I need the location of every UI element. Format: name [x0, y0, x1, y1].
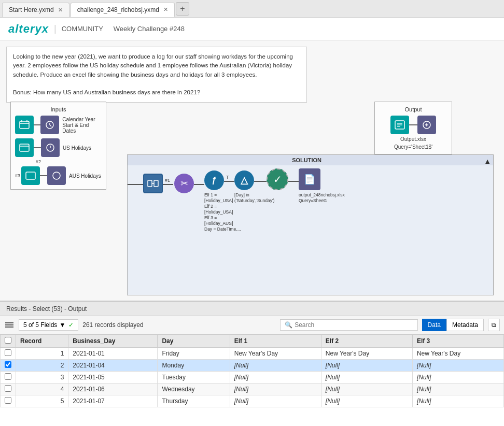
row-business-day: 2021-01-07: [68, 395, 158, 407]
line6: [288, 181, 299, 182]
line4: [224, 181, 234, 182]
col-record: Record: [16, 335, 68, 348]
inputs-label: Inputs: [15, 106, 102, 112]
row-business-day: 2021-01-01: [68, 348, 158, 360]
row-record: 2: [16, 360, 68, 372]
new-tab-button[interactable]: +: [176, 2, 189, 16]
us-browse-icon: [41, 138, 60, 157]
line5: [254, 181, 267, 182]
table-row[interactable]: 3 2021-01-05 Tuesday [Null] [Null] [Null…: [1, 372, 504, 384]
aus-holidays-icon: [21, 166, 40, 185]
row-checkbox-cell: [1, 384, 16, 395]
fields-selector[interactable]: 5 of 5 Fields ▼ ✓: [19, 319, 78, 331]
results-header: Results - Select (53) - Output: [0, 302, 504, 316]
svg-rect-20: [148, 180, 152, 187]
svg-rect-0: [20, 121, 29, 129]
output-read-icon: [390, 116, 409, 134]
hash1-label: #1: [165, 178, 170, 183]
tab-start-here[interactable]: Start Here.yxmd ✕: [2, 3, 69, 17]
view-tabs: Data Metadata: [422, 319, 484, 331]
row-elf2: [Null]: [321, 372, 412, 384]
header: alteryx | COMMUNITY Weekly Challenge #24…: [0, 18, 504, 40]
validation-node[interactable]: ✓: [267, 168, 288, 190]
output-group-label: Output: [379, 106, 447, 112]
row-checkbox[interactable]: [5, 349, 11, 356]
description-box: Looking to the new year (2021), we want …: [6, 47, 307, 103]
plus-icon: +: [180, 4, 185, 13]
row-elf1: [Null]: [230, 384, 321, 395]
fields-dropdown-icon: ▼: [59, 321, 65, 329]
close-icon[interactable]: ✕: [163, 6, 168, 13]
svg-rect-22: [154, 180, 158, 187]
us-holidays-label: US Holidays: [63, 145, 91, 151]
output-node[interactable]: 📄 output_248richobsj.xlsxQuery=Sheet1: [299, 168, 345, 204]
results-table: Record Business_Day Day Elf 1 Elf 2 Elf …: [0, 334, 504, 407]
solution-collapse-icon[interactable]: ▲: [484, 157, 491, 165]
row-record: 1: [16, 348, 68, 360]
row-elf3: [Null]: [412, 395, 503, 407]
select-all-checkbox[interactable]: [5, 337, 11, 344]
col-elf3: Elf 3: [412, 335, 503, 348]
logo: alteryx: [8, 22, 49, 36]
row-elf1: New Year's Day: [230, 348, 321, 360]
row-record: 4: [16, 384, 68, 395]
row-elf2: [Null]: [321, 384, 412, 395]
row-day: Tuesday: [158, 372, 230, 384]
svg-point-12: [53, 172, 60, 179]
row-checkbox[interactable]: [5, 385, 11, 392]
tab-metadata-button[interactable]: Metadata: [446, 319, 484, 331]
row-elf3: New Year's Day: [412, 348, 503, 360]
calendar-browse-icon: [40, 116, 59, 134]
row-day: Thursday: [158, 395, 230, 407]
tab-challenge[interactable]: challenge_248_richobsj.yxmd ✕: [71, 3, 175, 17]
search-icon: 🔍: [285, 321, 292, 329]
col-business-day: Business_Day: [68, 335, 158, 348]
row-elf1: [Null]: [230, 395, 321, 407]
svg-line-6: [50, 125, 51, 126]
results-panel: Results - Select (53) - Output 5 of 5 Fi…: [0, 302, 504, 426]
search-input[interactable]: [295, 321, 413, 329]
aus-browse-icon: [47, 166, 66, 185]
formula-node[interactable]: ✂: [174, 174, 194, 193]
join-node[interactable]: [143, 174, 163, 193]
copy-button[interactable]: ⧉: [488, 319, 500, 331]
header-checkbox: [1, 335, 16, 348]
row-checkbox[interactable]: [5, 361, 11, 368]
row-record: 5: [16, 395, 68, 407]
line1: [128, 184, 143, 185]
output-filename: Output.xlsx: [379, 136, 447, 142]
results-table-container[interactable]: Record Business_Day Day Elf 1 Elf 2 Elf …: [0, 334, 504, 417]
close-icon[interactable]: ✕: [58, 7, 63, 13]
line3: [194, 184, 204, 185]
row-day: Monday: [158, 360, 230, 372]
table-row[interactable]: 1 2021-01-01 Friday New Year's Day New Y…: [1, 348, 504, 360]
output-query: Query='Sheet1$': [379, 144, 447, 150]
row-day: Friday: [158, 348, 230, 360]
table-row[interactable]: 4 2021-01-06 Wednesday [Null] [Null] [Nu…: [1, 384, 504, 395]
search-box[interactable]: 🔍: [280, 319, 417, 331]
description-text: Looking to the new year (2021), we want …: [13, 53, 293, 78]
output-browse-icon: [417, 116, 436, 134]
table-row[interactable]: 2 2021-01-04 Monday [Null] [Null] [Null]: [1, 360, 504, 372]
tab-data-button[interactable]: Data: [422, 319, 446, 331]
row-day: Wednesday: [158, 384, 230, 395]
canvas-area[interactable]: Looking to the new year (2021), we want …: [0, 40, 504, 302]
tab-label: Start Here.yxmd: [9, 6, 54, 13]
row-checkbox[interactable]: [5, 397, 11, 404]
inputs-group: Inputs Calendar YearStart & End Dates: [10, 102, 106, 190]
row-elf2: [Null]: [321, 395, 412, 407]
solution-nodes: #1 ✂ ƒ Elf 1 =[Holiday_USA]Elf 2 =[Holid…: [128, 165, 493, 293]
row-checkbox[interactable]: [5, 373, 11, 380]
col-day: Day: [158, 335, 230, 348]
row-checkbox-cell: [1, 372, 16, 384]
calendar-label: Calendar YearStart & End Dates: [62, 117, 102, 134]
calendar-year-icon: [15, 116, 34, 134]
solution-title: SOLUTION ▲: [128, 155, 493, 165]
row-business-day: 2021-01-06: [68, 384, 158, 395]
tab-bar: Start Here.yxmd ✕ challenge_248_richobsj…: [0, 0, 504, 18]
row-elf2: [Null]: [321, 360, 412, 372]
row-checkbox-cell: [1, 348, 16, 360]
svg-rect-7: [20, 144, 29, 151]
table-row[interactable]: 5 2021-01-07 Thursday [Null] [Null] [Nul…: [1, 395, 504, 407]
svg-rect-11: [26, 172, 35, 179]
